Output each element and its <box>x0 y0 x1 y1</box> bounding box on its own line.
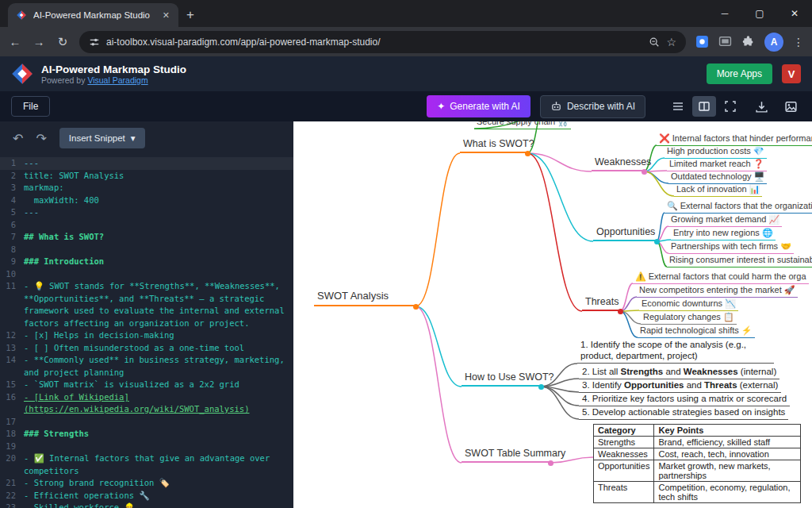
profile-avatar[interactable]: A <box>764 33 783 52</box>
url-bar[interactable]: ai-toolbox.visual-paradigm.com/app/ai-po… <box>79 31 686 53</box>
line-number: 11 <box>0 280 16 293</box>
line-number <box>0 293 16 306</box>
map-node-toggle-dot[interactable] <box>548 460 553 466</box>
code-line[interactable]: 23- Skilled workforce 👷 <box>0 502 293 508</box>
code-line[interactable]: 19 <box>0 441 293 453</box>
extension-icon-blue[interactable] <box>695 35 709 48</box>
code-line[interactable]: 13- [ ] Often misunderstood as a one-tim… <box>0 342 293 355</box>
mindmap-link <box>644 171 668 183</box>
redo-button[interactable]: ↷ <box>36 131 46 146</box>
code-line[interactable]: 7## What is SWOT? <box>0 231 293 244</box>
map-node-toggle-dot[interactable] <box>538 384 544 390</box>
tab-title: AI-Powered Markmap Studio <box>33 10 154 20</box>
view-split-button[interactable] <box>692 96 716 117</box>
download-button[interactable] <box>752 97 772 117</box>
back-button[interactable]: ← <box>8 35 22 48</box>
view-editor-only-button[interactable] <box>666 96 690 117</box>
app-title-block: AI-Powered Markmap Studio Powered by Vis… <box>41 64 186 85</box>
line-number <box>0 403 16 416</box>
new-tab-button[interactable]: + <box>186 7 194 23</box>
line-number: 21 <box>0 477 16 490</box>
describe-ai-button[interactable]: Describe with AI <box>540 95 645 118</box>
table-header: Key Points <box>654 425 801 437</box>
code-line[interactable]: 22- Efficient operations 🔧 <box>0 490 293 502</box>
line-number: 5 <box>0 206 16 219</box>
map-node-toggle-dot[interactable] <box>525 151 530 156</box>
code-text: maxWidth: 400 <box>24 194 99 207</box>
bookmark-star-icon[interactable]: ☆ <box>666 36 676 48</box>
code-line[interactable]: 17 <box>0 416 293 429</box>
code-line[interactable]: 20- ✅ Internal factors that give an adva… <box>0 452 293 465</box>
view-fullscreen-button[interactable] <box>718 96 742 117</box>
code-line[interactable]: 11- 💡 SWOT stands for **Strengths**, **W… <box>0 280 293 293</box>
map-node-toggle-dot[interactable] <box>618 309 623 314</box>
code-line[interactable]: competitors <box>0 465 293 478</box>
code-text: factors affecting an organization or pro… <box>24 318 249 330</box>
table-cell: Threats <box>594 482 654 503</box>
window-maximize-button[interactable]: ▢ <box>742 0 777 27</box>
map-node-toggle-dot[interactable] <box>413 304 419 310</box>
code-text: --- <box>24 157 39 170</box>
code-line[interactable]: 10 <box>0 268 293 281</box>
code-line[interactable]: and project planning <box>0 367 293 379</box>
mindmap-link <box>527 153 582 311</box>
forward-button[interactable]: → <box>32 35 46 48</box>
code-line[interactable]: 5--- <box>0 206 293 219</box>
map-node-t2: New competitors entering the market 🚀 <box>637 285 798 298</box>
code-line[interactable]: framework used to evaluate the internal … <box>0 305 293 318</box>
site-info-icon[interactable] <box>89 37 100 48</box>
table-cell: Competition, economy, regulation, tech s… <box>654 482 801 503</box>
mindmap-link <box>416 153 460 306</box>
reload-button[interactable]: ↻ <box>56 35 70 49</box>
code-line[interactable]: 16- [Link of Wikipedia] <box>0 391 293 404</box>
window-minimize-button[interactable]: ─ <box>707 0 742 27</box>
undo-button[interactable]: ↶ <box>13 131 23 146</box>
code-line[interactable]: 1--- <box>0 157 293 170</box>
line-number: 9 <box>0 256 16 268</box>
code-line[interactable]: 21- Strong brand recognition 🏷️ <box>0 477 293 490</box>
window-controls: ─ ▢ ✕ <box>707 0 812 27</box>
window-close-button[interactable]: ✕ <box>777 0 812 27</box>
generate-ai-button[interactable]: ✦ Generate with AI <box>427 95 530 117</box>
extension-icon-gray[interactable] <box>718 35 732 48</box>
code-line[interactable]: 12- [x] Helps in decision-making <box>0 329 293 342</box>
extensions-cluster: A ⋮ <box>695 33 804 52</box>
map-node-o3: Entry into new regions 🌐 <box>671 228 776 241</box>
code-area[interactable]: 1---2title: SWOT Analysis3markmap:4 maxW… <box>0 155 293 508</box>
browser-tab[interactable]: AI-Powered Markmap Studio ✕ <box>8 3 178 27</box>
extensions-puzzle-icon[interactable] <box>741 35 755 48</box>
code-line[interactable]: 8 <box>0 244 293 256</box>
code-line[interactable]: 15- `SWOT matrix` is visualized as a 2x2… <box>0 379 293 391</box>
visual-paradigm-link[interactable]: Visual Paradigm <box>87 75 147 85</box>
line-number: 4 <box>0 194 16 207</box>
code-line[interactable]: 4 maxWidth: 400 <box>0 194 293 207</box>
code-line[interactable]: factors affecting an organization or pro… <box>0 318 293 330</box>
map-node-toggle-dot[interactable] <box>654 239 660 244</box>
vp-brand-badge[interactable]: V <box>782 64 801 83</box>
code-line[interactable]: 18### Strengths <box>0 428 293 441</box>
tab-close-icon[interactable]: ✕ <box>160 10 172 21</box>
code-text: --- <box>24 206 39 219</box>
more-apps-button[interactable]: More Apps <box>707 64 772 84</box>
code-line[interactable]: **Opportunities**, and **Threats** — a s… <box>0 293 293 306</box>
table-cell: Opportunities <box>594 460 654 482</box>
browser-menu-icon[interactable]: ⋮ <box>793 36 804 48</box>
code-line[interactable]: 9### Introduction <box>0 256 293 268</box>
code-line[interactable]: (https://en.wikipedia.org/wiki/SWOT_anal… <box>0 403 293 416</box>
code-line[interactable]: 14- **Commonly used** in business strate… <box>0 354 293 367</box>
mindmap-canvas[interactable]: SWOT AnalysisWhat is SWOT?Secure supply … <box>293 121 812 508</box>
insert-snippet-button[interactable]: Insert Snippet ▾ <box>59 128 145 148</box>
file-menu-button[interactable]: File <box>11 96 50 117</box>
code-line[interactable]: 3markmap: <box>0 182 293 194</box>
url-text: ai-toolbox.visual-paradigm.com/app/ai-po… <box>106 37 642 48</box>
code-text: (https://en.wikipedia.org/wiki/SWOT_anal… <box>24 403 249 416</box>
code-line[interactable]: 6 <box>0 219 293 232</box>
code-line[interactable]: 2title: SWOT Analysis <box>0 170 293 183</box>
export-image-button[interactable] <box>781 97 801 117</box>
map-node-tableSummary: SWOT Table Summary <box>462 448 550 463</box>
zoom-indicator-icon[interactable] <box>649 37 660 48</box>
map-node-howToUse: How to Use SWOT? <box>462 371 541 387</box>
map-node-toggle-dot[interactable] <box>642 169 647 175</box>
address-bar: ← → ↻ ai-toolbox.visual-paradigm.com/app… <box>0 27 812 56</box>
map-node-w1: ❌ Internal factors that hinder performan <box>657 133 812 146</box>
